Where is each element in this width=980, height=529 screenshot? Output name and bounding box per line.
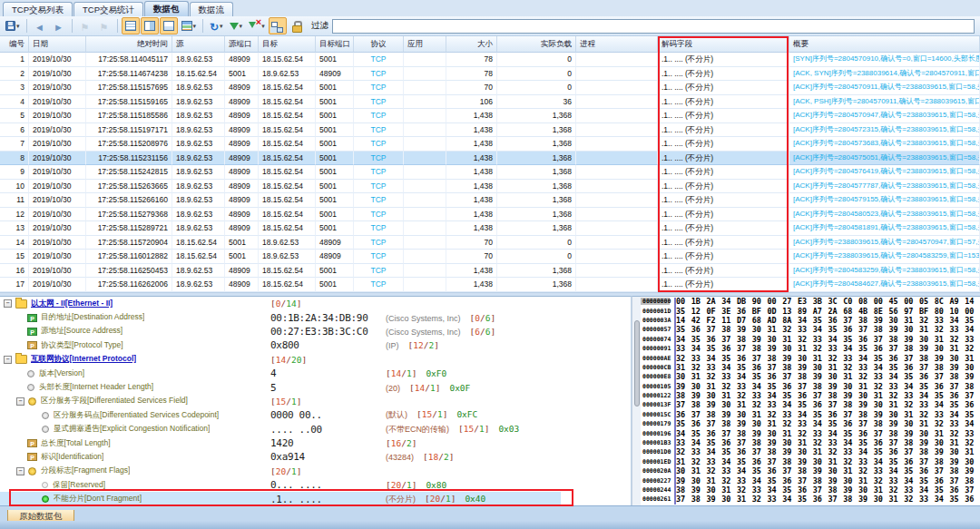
hex-byte[interactable]: 34 — [813, 419, 828, 428]
hex-byte[interactable]: 33 — [858, 457, 874, 466]
hex-byte[interactable]: 37 — [843, 316, 858, 325]
hex-byte[interactable]: 37 — [691, 410, 707, 419]
hex-byte[interactable]: 38 — [737, 429, 752, 438]
options-lock-button[interactable] — [288, 17, 306, 34]
hex-byte[interactable]: 36 — [950, 485, 965, 495]
hex-byte[interactable]: 33 — [768, 495, 783, 504]
hex-byte[interactable]: 35 — [752, 466, 768, 475]
packet-row[interactable]: 162019/10/3017:25:58.11625045318.9.62.53… — [0, 264, 980, 279]
hex-byte[interactable]: BF — [919, 307, 935, 316]
hex-byte[interactable]: 39 — [782, 354, 798, 363]
hex-byte[interactable]: 33 — [965, 429, 980, 438]
hex-byte[interactable]: 36 — [889, 354, 905, 363]
hex-byte[interactable]: 35 — [950, 400, 965, 409]
hex-byte[interactable]: 31 — [782, 335, 798, 344]
column-header-protocol[interactable]: 协议 — [354, 36, 404, 53]
hex-byte[interactable]: 2A — [828, 307, 844, 316]
hex-byte[interactable]: 39 — [813, 466, 828, 475]
hex-byte[interactable]: 37 — [782, 372, 798, 381]
hex-byte[interactable]: 39 — [889, 419, 905, 428]
hex-byte[interactable]: 31 — [737, 400, 752, 409]
scrollbar-thumb[interactable] — [634, 320, 640, 407]
hex-byte[interactable]: 30 — [904, 419, 919, 428]
hex-byte[interactable]: 31 — [889, 495, 905, 504]
hex-byte[interactable]: 35 — [843, 335, 858, 344]
hex-byte[interactable]: 39 — [813, 372, 828, 381]
hex-byte[interactable]: 38 — [843, 400, 858, 409]
hex-byte[interactable]: 3E — [721, 307, 737, 316]
hex-byte[interactable]: 36 — [707, 429, 722, 438]
hex-byte[interactable]: 38 — [782, 363, 798, 372]
hex-byte[interactable]: 32 — [707, 372, 722, 381]
hex-byte[interactable]: 35 — [737, 363, 752, 372]
hex-byte[interactable]: 32 — [676, 354, 691, 363]
hex-byte[interactable]: 30 — [798, 354, 813, 363]
hex-byte[interactable]: 37 — [828, 400, 844, 409]
hex-byte[interactable]: 33 — [874, 372, 889, 381]
hex-byte[interactable]: 38 — [768, 447, 783, 456]
hex-byte[interactable]: 35 — [889, 363, 905, 372]
hex-byte[interactable]: 33 — [874, 466, 889, 475]
hex-byte[interactable]: 30 — [752, 325, 768, 334]
hex-byte[interactable]: 14 — [965, 297, 980, 306]
hex-byte[interactable]: 30 — [950, 447, 965, 456]
hex-byte[interactable]: 39 — [752, 429, 768, 438]
hex-byte[interactable]: 38 — [874, 325, 889, 334]
hex-byte[interactable]: 33 — [904, 485, 919, 495]
hex-byte[interactable]: 33 — [721, 466, 737, 475]
hex-byte[interactable]: 33 — [950, 419, 965, 428]
hex-byte[interactable]: 32 — [858, 372, 874, 381]
hex-byte[interactable]: 14 — [676, 316, 691, 325]
hex-byte[interactable]: 38 — [935, 363, 950, 372]
hex-byte[interactable]: 36 — [858, 335, 874, 344]
hex-byte[interactable]: 33 — [768, 400, 783, 409]
packet-row[interactable]: 32019/10/3017:25:58.11515769518.9.62.534… — [0, 81, 980, 95]
detail-columns-button[interactable]: ▾ — [179, 17, 200, 34]
hex-byte[interactable]: 38 — [828, 391, 844, 400]
hex-byte[interactable]: 34 — [843, 344, 858, 353]
hex-byte[interactable]: 31 — [676, 457, 691, 466]
hex-byte[interactable]: 36 — [919, 372, 935, 381]
hex-byte[interactable]: 31 — [904, 410, 919, 419]
expander-icon[interactable]: − — [16, 467, 24, 475]
hex-view-toggle[interactable] — [160, 17, 178, 34]
hex-byte[interactable]: 30 — [721, 495, 737, 504]
hex-byte[interactable]: 30 — [919, 335, 935, 344]
hex-byte[interactable]: 35 — [874, 354, 889, 363]
packet-row[interactable]: 172019/10/3017:25:58.11626200618.9.62.53… — [0, 278, 980, 292]
hex-byte[interactable]: 38 — [904, 438, 919, 447]
hex-byte[interactable]: 36 — [828, 410, 844, 419]
hex-byte[interactable]: 32 — [782, 419, 798, 428]
hex-byte[interactable]: 00 — [874, 297, 889, 306]
hex-byte[interactable]: 37 — [965, 391, 980, 400]
hex-byte[interactable]: 32 — [782, 325, 798, 334]
packet-row[interactable]: 62019/10/3017:25:58.11519717118.9.62.534… — [0, 123, 980, 138]
hex-byte[interactable]: 38 — [965, 382, 980, 391]
hex-byte[interactable]: 38 — [676, 485, 691, 495]
hex-byte[interactable]: 38 — [691, 495, 707, 504]
hex-byte[interactable]: 35 — [676, 307, 691, 316]
tab-tcp-transaction-stats[interactable]: TCP交易统计 — [74, 2, 143, 16]
hex-byte[interactable]: 3B — [813, 297, 828, 306]
hex-byte[interactable]: 36 — [691, 419, 707, 428]
hex-byte[interactable]: 39 — [828, 382, 844, 391]
hex-byte[interactable]: 39 — [737, 419, 752, 428]
filter-apply-button[interactable]: ▾ — [227, 17, 246, 34]
hex-byte[interactable]: 10 — [950, 307, 965, 316]
packet-row[interactable]: 112019/10/3017:25:58.11526616018.9.62.53… — [0, 193, 980, 208]
hex-byte[interactable]: 38 — [707, 410, 722, 419]
hex-byte[interactable]: 32 — [813, 344, 828, 353]
hex-byte[interactable]: 34 — [950, 316, 965, 325]
hex-byte[interactable]: 39 — [935, 354, 950, 363]
hex-byte[interactable]: 37 — [768, 457, 783, 466]
hex-byte[interactable]: 35 — [935, 485, 950, 495]
hex-byte[interactable]: 30 — [691, 476, 707, 485]
hex-byte[interactable]: 39 — [874, 316, 889, 325]
hex-byte[interactable]: 30 — [965, 457, 980, 466]
hex-byte[interactable]: 32 — [935, 419, 950, 428]
hex-byte[interactable]: 31 — [768, 419, 783, 428]
hex-byte[interactable]: 31 — [935, 429, 950, 438]
hex-byte[interactable]: 34 — [691, 344, 707, 353]
hex-byte[interactable]: 37 — [889, 344, 905, 353]
hex-byte[interactable]: 32 — [919, 410, 935, 419]
